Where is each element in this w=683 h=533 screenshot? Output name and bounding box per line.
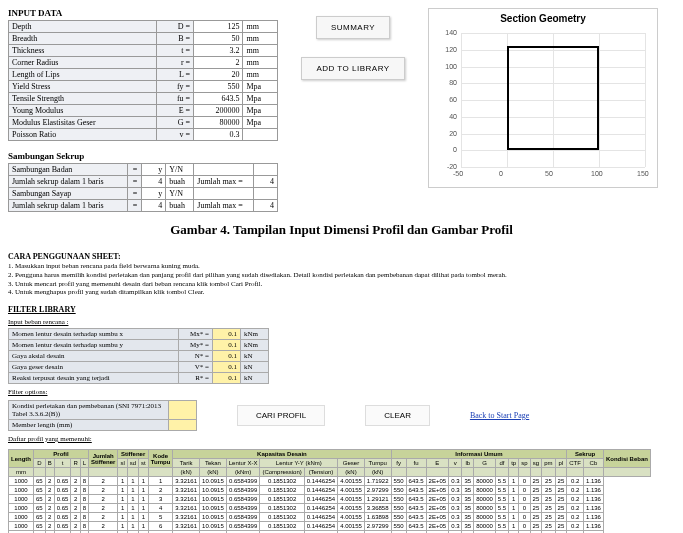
samb-value-input[interactable]: 4 xyxy=(142,200,166,212)
samb-value-input[interactable]: y xyxy=(142,164,166,176)
samb-jl xyxy=(194,188,254,200)
dim-symbol: E = xyxy=(157,105,194,117)
samb-label: Jumlah sekrup dalam 1 baris xyxy=(9,200,128,212)
samb-value-input[interactable]: y xyxy=(142,188,166,200)
table-row: 10006520.6528211133.3216110.09150.658439… xyxy=(9,495,651,504)
input-beban-label: Input beban rencana : xyxy=(8,318,675,326)
cari-profil-button[interactable]: CARI PROFIL xyxy=(237,405,325,426)
y-tick: -20 xyxy=(439,163,457,170)
filter-value-input[interactable]: 0.1 xyxy=(213,351,241,362)
samb-eq: = xyxy=(128,188,142,200)
instructions-title: CARA PENGGUNAAN SHEET: xyxy=(8,252,675,262)
dim-value-input[interactable]: 3.2 xyxy=(194,45,243,57)
samb-jv xyxy=(254,188,278,200)
dim-unit: Mpa xyxy=(243,117,278,129)
dim-value-input[interactable]: 125 xyxy=(194,21,243,33)
dim-symbol: L = xyxy=(157,69,194,81)
dim-value-input[interactable]: 2 xyxy=(194,57,243,69)
y-tick: 40 xyxy=(439,113,457,120)
sambungan-title: Sambungan Sekrup xyxy=(8,151,278,161)
dim-value-input[interactable]: 643.5 xyxy=(194,93,243,105)
instruction-line: 4. Untuk menghapus profil yang sudah dit… xyxy=(8,288,675,297)
x-tick: 50 xyxy=(545,170,553,177)
table-row: 10006520.6528211153.3216110.09150.658439… xyxy=(9,513,651,522)
samb-label: Sambungan Badan xyxy=(9,164,128,176)
add-to-library-button[interactable]: ADD TO LIBRARY xyxy=(301,57,404,80)
samb-yn: Y/N xyxy=(166,164,194,176)
dim-symbol: B = xyxy=(157,33,194,45)
filter-sym: Mx* = xyxy=(179,329,213,340)
dim-value-input[interactable]: 50 xyxy=(194,33,243,45)
samb-yn: Y/N xyxy=(166,188,194,200)
dim-value-input[interactable]: 20 xyxy=(194,69,243,81)
filter-options-label: Filter options: xyxy=(8,388,675,396)
filter-unit: kN xyxy=(241,351,269,362)
table-row: 10006520.6528211143.3216110.09150.658439… xyxy=(9,504,651,513)
dim-value-input[interactable]: 200000 xyxy=(194,105,243,117)
x-tick: 0 xyxy=(499,170,503,177)
samb-jl: Jumlah max = xyxy=(194,200,254,212)
filter-label: Momen lentur desain terhadap sumbu x xyxy=(9,329,179,340)
samb-eq: = xyxy=(128,176,142,188)
filter-unit: kNm xyxy=(241,340,269,351)
results-table: LengthProfilJumlahStiffenerStiffenerKode… xyxy=(8,449,651,533)
opt-perletakan-label: Kondisi perletakan dan pembebanan (SNI 7… xyxy=(9,401,169,420)
filter-unit: kN xyxy=(241,373,269,384)
samb-yn: buah xyxy=(166,200,194,212)
filter-value-input[interactable]: 0.1 xyxy=(213,362,241,373)
dim-value-input[interactable]: 0.3 xyxy=(194,129,243,141)
summary-button[interactable]: SUMMARY xyxy=(316,16,390,39)
instruction-line: 2. Pengguna harus memilih kondisi perlet… xyxy=(8,271,675,280)
filter-value-input[interactable]: 0.1 xyxy=(213,340,241,351)
dim-label: Modulus Elastisitas Geser xyxy=(9,117,157,129)
dim-label: Corner Radius xyxy=(9,57,157,69)
instruction-line: 3. Untuk mencari profil yang memenuhi de… xyxy=(8,280,675,289)
dim-value-input[interactable]: 80000 xyxy=(194,117,243,129)
samb-jv: 4 xyxy=(254,176,278,188)
dim-symbol: fy = xyxy=(157,81,194,93)
samb-jl xyxy=(194,164,254,176)
samb-jl: Jumlah max = xyxy=(194,176,254,188)
filter-sym: R* = xyxy=(179,373,213,384)
filter-value-input[interactable]: 0.1 xyxy=(213,373,241,384)
filter-value-input[interactable]: 0.1 xyxy=(213,329,241,340)
filter-input-table: Momen lentur desain terhadap sumbu xMx* … xyxy=(8,328,269,384)
dim-value-input[interactable]: 550 xyxy=(194,81,243,93)
samb-label: Jumlah sekrup dalam 1 baris xyxy=(9,176,128,188)
opt-perletakan-input[interactable] xyxy=(169,401,197,420)
table-row: 10006520.6528211113.3216110.09150.658439… xyxy=(9,477,651,486)
filter-label: Momen lentur desain terhadap sumbu y xyxy=(9,340,179,351)
filter-options-table: Kondisi perletakan dan pembebanan (SNI 7… xyxy=(8,400,197,431)
y-tick: 0 xyxy=(439,146,457,153)
dim-label: Poisson Ratio xyxy=(9,129,157,141)
table-row: 10006520.6528211163.3216110.09150.658439… xyxy=(9,522,651,531)
figure-caption: Gambar 4. Tampilan Input Dimensi Profil … xyxy=(8,222,675,238)
filter-label: Gaya geser desain xyxy=(9,362,179,373)
dim-label: Yield Stress xyxy=(9,81,157,93)
clear-button[interactable]: CLEAR xyxy=(365,405,430,426)
filter-sym: V* = xyxy=(179,362,213,373)
dim-symbol: G = xyxy=(157,117,194,129)
dim-symbol: v = xyxy=(157,129,194,141)
samb-label: Sambungan Sayap xyxy=(9,188,128,200)
dim-label: Depth xyxy=(9,21,157,33)
samb-eq: = xyxy=(128,200,142,212)
y-tick: 20 xyxy=(439,130,457,137)
filter-sym: N* = xyxy=(179,351,213,362)
sambungan-table: Sambungan Badan=yY/NJumlah sekrup dalam … xyxy=(8,163,278,212)
opt-length-input[interactable] xyxy=(169,420,197,431)
dim-unit: Mpa xyxy=(243,81,278,93)
dim-unit: mm xyxy=(243,33,278,45)
daftar-profil-label: Daftar profil yang memenuhi: xyxy=(8,435,675,443)
table-row: 10006520.6528211123.3216110.09150.658439… xyxy=(9,486,651,495)
back-link[interactable]: Back to Start Page xyxy=(470,411,529,420)
dim-unit: mm xyxy=(243,57,278,69)
dim-label: Tensile Strength xyxy=(9,93,157,105)
y-tick: 60 xyxy=(439,96,457,103)
samb-value-input[interactable]: 4 xyxy=(142,176,166,188)
dim-symbol: t = xyxy=(157,45,194,57)
y-tick: 140 xyxy=(439,29,457,36)
instruction-line: 1. Masukkan input beban rencana pada fie… xyxy=(8,262,675,271)
filter-unit: kNm xyxy=(241,329,269,340)
y-tick: 80 xyxy=(439,79,457,86)
